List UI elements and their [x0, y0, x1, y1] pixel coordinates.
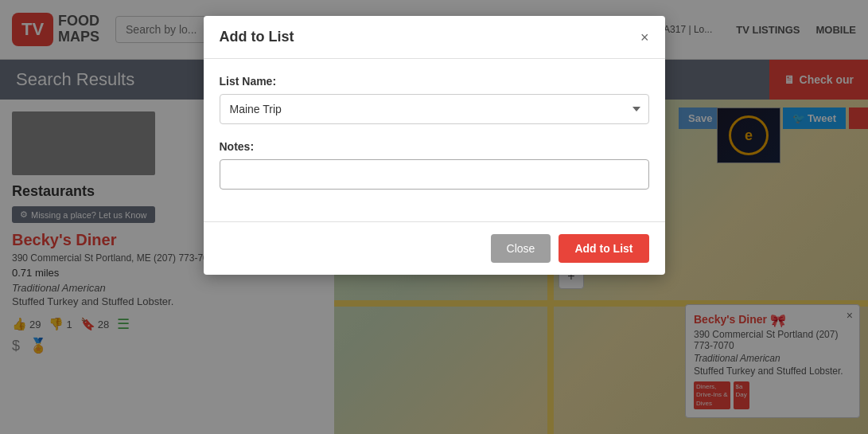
- close-button[interactable]: Close: [491, 234, 551, 263]
- notes-group: Notes:: [220, 140, 649, 190]
- modal-close-button[interactable]: ×: [640, 30, 649, 45]
- modal-footer: Close Add to List: [204, 221, 665, 275]
- modal-body: List Name: Maine Trip Favorites Must Try…: [204, 59, 665, 221]
- list-name-group: List Name: Maine Trip Favorites Must Try…: [220, 75, 649, 124]
- list-name-label: List Name:: [220, 75, 649, 88]
- notes-label: Notes:: [220, 140, 649, 153]
- notes-input[interactable]: [220, 159, 649, 190]
- list-name-select[interactable]: Maine Trip Favorites Must Try Visited: [220, 94, 649, 124]
- modal-header: Add to List ×: [204, 16, 665, 59]
- add-to-list-modal: Add to List × List Name: Maine Trip Favo…: [204, 16, 665, 275]
- add-to-list-button[interactable]: Add to List: [559, 234, 648, 263]
- modal-title: Add to List: [220, 29, 294, 45]
